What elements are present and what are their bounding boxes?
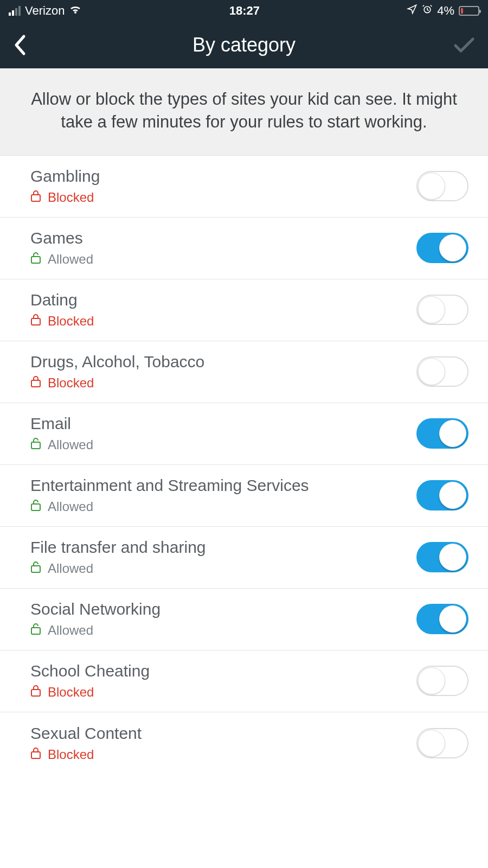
category-status: Blocked	[30, 685, 150, 700]
alarm-icon	[422, 4, 433, 18]
category-status: Blocked	[30, 314, 94, 329]
nav-bar: By category	[0, 22, 488, 68]
status-label: Allowed	[48, 437, 93, 452]
status-label: Allowed	[48, 623, 93, 638]
status-label: Allowed	[48, 561, 93, 576]
svg-rect-3	[31, 318, 40, 325]
confirm-button[interactable]	[448, 37, 475, 53]
category-row: GamesAllowed	[0, 218, 488, 279]
svg-rect-1	[31, 195, 40, 201]
back-button[interactable]	[13, 34, 40, 56]
battery-icon	[459, 6, 479, 16]
category-info: Sexual ContentBlocked	[30, 724, 142, 762]
svg-rect-5	[31, 442, 40, 449]
unlock-icon	[30, 437, 41, 452]
category-name: Gambling	[30, 167, 100, 186]
category-toggle[interactable]	[416, 480, 468, 510]
status-label: Blocked	[48, 375, 94, 391]
category-row: Social NetworkingAllowed	[0, 589, 488, 650]
status-left: Verizon	[9, 4, 82, 18]
svg-rect-2	[31, 257, 40, 263]
category-toggle[interactable]	[416, 542, 468, 572]
category-name: Email	[30, 414, 93, 433]
category-row: School CheatingBlocked	[0, 650, 488, 712]
category-status: Allowed	[30, 561, 206, 576]
signal-icon	[9, 6, 21, 16]
category-name: Entertainment and Streaming Services	[30, 476, 309, 495]
svg-rect-4	[31, 380, 40, 387]
svg-rect-6	[31, 504, 40, 510]
category-row: GamblingBlocked	[0, 156, 488, 218]
category-status: Blocked	[30, 747, 142, 762]
unlock-icon	[30, 561, 41, 576]
category-row: DatingBlocked	[0, 279, 488, 341]
category-row: Drugs, Alcohol, TobaccoBlocked	[0, 341, 488, 403]
status-time: 18:27	[229, 4, 260, 18]
status-bar: Verizon 18:27 4%	[0, 0, 488, 22]
carrier-label: Verizon	[25, 4, 65, 18]
category-info: GamblingBlocked	[30, 167, 100, 205]
category-toggle[interactable]	[416, 233, 468, 263]
category-name: Games	[30, 229, 93, 247]
unlock-icon	[30, 252, 41, 267]
status-label: Blocked	[48, 685, 94, 700]
category-toggle[interactable]	[416, 356, 468, 387]
category-info: File transfer and sharingAllowed	[30, 538, 206, 576]
unlock-icon	[30, 499, 41, 514]
category-info: Social NetworkingAllowed	[30, 600, 160, 638]
category-toggle[interactable]	[416, 418, 468, 449]
status-label: Blocked	[48, 314, 94, 329]
svg-rect-9	[31, 690, 40, 696]
category-list: GamblingBlockedGamesAllowedDatingBlocked…	[0, 156, 488, 774]
lock-icon	[30, 747, 41, 762]
category-status: Allowed	[30, 252, 93, 267]
category-info: Drugs, Alcohol, TobaccoBlocked	[30, 353, 204, 391]
category-name: Dating	[30, 291, 94, 309]
category-name: Social Networking	[30, 600, 160, 618]
category-info: Entertainment and Streaming ServicesAllo…	[30, 476, 309, 514]
category-row: EmailAllowed	[0, 403, 488, 465]
category-toggle[interactable]	[416, 666, 468, 696]
svg-rect-8	[31, 628, 40, 634]
category-status: Allowed	[30, 437, 93, 452]
lock-icon	[30, 190, 41, 205]
category-name: School Cheating	[30, 662, 150, 680]
category-status: Blocked	[30, 190, 100, 205]
status-label: Blocked	[48, 190, 94, 205]
category-name: Drugs, Alcohol, Tobacco	[30, 353, 204, 371]
category-name: Sexual Content	[30, 724, 142, 743]
status-right: 4%	[407, 4, 479, 18]
svg-rect-10	[31, 752, 40, 758]
page-title: By category	[40, 34, 448, 56]
lock-icon	[30, 685, 41, 700]
category-toggle[interactable]	[416, 728, 468, 758]
category-toggle[interactable]	[416, 171, 468, 201]
category-toggle[interactable]	[416, 295, 468, 325]
lock-icon	[30, 375, 41, 391]
category-info: DatingBlocked	[30, 291, 94, 329]
category-info: EmailAllowed	[30, 414, 93, 452]
category-name: File transfer and sharing	[30, 538, 206, 557]
svg-rect-7	[31, 566, 40, 572]
category-toggle[interactable]	[416, 604, 468, 634]
lock-icon	[30, 314, 41, 329]
status-label: Blocked	[48, 747, 94, 762]
category-status: Blocked	[30, 375, 204, 391]
status-label: Allowed	[48, 499, 93, 514]
category-info: School CheatingBlocked	[30, 662, 150, 700]
location-icon	[407, 4, 418, 18]
category-row: Sexual ContentBlocked	[0, 712, 488, 774]
category-status: Allowed	[30, 499, 309, 514]
status-label: Allowed	[48, 252, 93, 267]
category-row: File transfer and sharingAllowed	[0, 527, 488, 589]
unlock-icon	[30, 623, 41, 638]
battery-percent: 4%	[437, 4, 454, 18]
category-info: GamesAllowed	[30, 229, 93, 267]
category-row: Entertainment and Streaming ServicesAllo…	[0, 465, 488, 527]
wifi-icon	[69, 4, 82, 18]
page-description: Allow or block the types of sites your k…	[0, 68, 488, 156]
category-status: Allowed	[30, 623, 160, 638]
